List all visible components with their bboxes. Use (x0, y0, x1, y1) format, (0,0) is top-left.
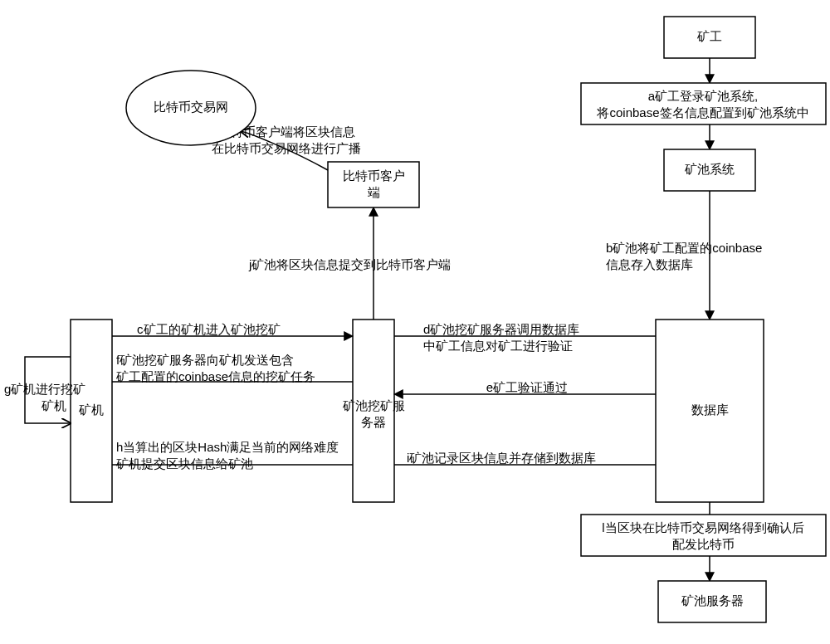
edge-g-line1: g矿机进行挖矿 (4, 382, 85, 396)
edge-f-line1: f矿池挖矿服务器向矿机发送包含 (116, 353, 294, 367)
edge-a-line2: 将coinbase签名信息配置到矿池系统中 (596, 105, 808, 120)
node-btc-client-line2: 端 (368, 185, 380, 199)
edge-b-line1: b矿池将矿工配置的coinbase (606, 241, 762, 255)
node-miner-label: 矿工 (696, 29, 722, 43)
edge-l-line2: 配发比特币 (672, 537, 735, 551)
edge-d-line1: d矿池挖矿服务器调用数据库 (423, 322, 579, 336)
edge-g-line2: 矿机 (41, 398, 66, 412)
edge-f-line2: 矿工配置的coinbase信息的挖矿任务 (115, 369, 315, 383)
node-btc-client-line1: 比特币客户 (343, 168, 405, 183)
edge-l-line1: l当区块在比特币交易网络得到确认后 (602, 520, 803, 534)
edge-c: c矿工的矿机进入矿池挖矿 (137, 322, 281, 336)
edge-e: e矿工验证通过 (486, 380, 568, 394)
edge-k-line2: 在比特币交易网络进行广播 (212, 141, 361, 155)
edge-a-line1: a矿工登录矿池系统, (648, 89, 759, 103)
edge-j: j矿池将区块信息提交到比特币客户端 (248, 257, 451, 271)
node-mining-machine-label: 矿机 (78, 402, 104, 417)
node-mining-server-line2: 务器 (361, 415, 386, 429)
node-mining-server-line1: 矿池挖矿服 (342, 398, 405, 412)
node-btc-net-label: 比特币交易网 (154, 100, 228, 114)
diagram-canvas: 矿工 a矿工登录矿池系统, 将coinbase签名信息配置到矿池系统中 矿池系统… (0, 0, 830, 644)
node-pool-system-label: 矿池系统 (684, 162, 735, 176)
edge-d-line2: 中矿工信息对矿工进行验证 (423, 339, 573, 353)
edge-b-line2: 信息存入数据库 (606, 257, 693, 271)
edge-h-line2: 矿机提交区块信息给矿池 (115, 456, 253, 471)
node-pool-server-label: 矿池服务器 (681, 593, 744, 607)
node-database-label: 数据库 (691, 402, 729, 417)
edge-i: i矿池记录区块信息并存储到数据库 (407, 451, 596, 465)
edge-h-line1: h当算出的区块Hash满足当前的网络难度 (116, 440, 339, 454)
